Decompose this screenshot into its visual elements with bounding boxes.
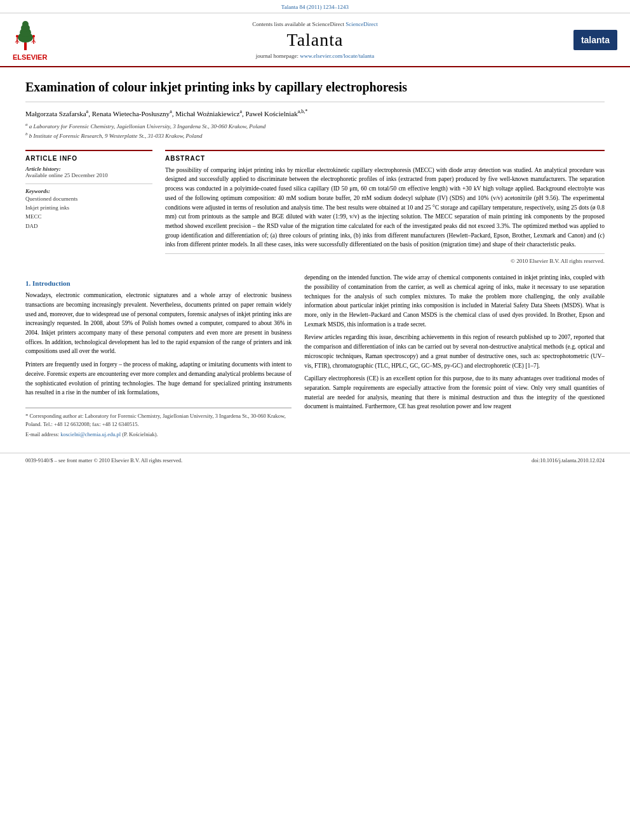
intro-para5: Capillary electrophoresis (CE) is an exc… xyxy=(304,374,605,411)
footnote-email: E-mail address: koscielni@chemia.uj.edu.… xyxy=(25,430,292,439)
author-koscielniak: Paweł Kościelniak xyxy=(245,110,297,117)
keyword-4: DAD xyxy=(25,222,152,230)
elsevier-logo: ELSEVIER xyxy=(13,18,57,61)
footnote-email-link[interactable]: koscielni@chemia.uj.edu.pl xyxy=(60,431,121,437)
article-info-label: ARTICLE INFO xyxy=(25,155,152,162)
info-divider xyxy=(25,183,152,184)
abstract-panel: ABSTRACT The possibility of comparing in… xyxy=(165,150,605,264)
homepage-line: journal homepage: www.elsevier.com/locat… xyxy=(57,53,573,59)
affiliation-b: b b Institute of Forensic Research, 9 We… xyxy=(25,131,605,141)
journal-homepage-link[interactable]: www.elsevier.com/locate/talanta xyxy=(300,53,374,59)
citation-text: Talanta 84 (2011) 1234–1243 xyxy=(281,4,349,10)
body-right-column: depending on the intended function. The … xyxy=(304,273,605,440)
issn-line: 0039-9140/$ – see front matter © 2010 El… xyxy=(25,457,182,463)
footnote-corresponding: * Corresponding author at: Laboratory fo… xyxy=(25,412,292,429)
keyword-1: Questioned documents xyxy=(25,194,152,203)
copyright-line: © 2010 Elsevier B.V. All rights reserved… xyxy=(165,253,605,264)
author-wietecha: Renata Wietecha-Posłuszny xyxy=(92,110,170,117)
journal-title: Talanta xyxy=(57,30,573,50)
elsevier-brand-name: ELSEVIER xyxy=(13,53,57,61)
keyword-3: MECC xyxy=(25,212,152,221)
intro-para4: Review articles regarding this issue, de… xyxy=(304,333,605,370)
talanta-badge-area: talanta xyxy=(573,30,617,50)
intro-para2: Printers are frequently used in forgery … xyxy=(25,360,292,397)
intro-para1: Nowadays, electronic communication, elec… xyxy=(25,291,292,356)
keyword-2: Inkjet printing inks xyxy=(25,203,152,212)
sciencedirect-link[interactable]: ScienceDirect xyxy=(345,21,377,27)
intro-heading: 1. Introduction xyxy=(25,279,292,287)
article-history-block: Article history: Available online 25 Dec… xyxy=(25,166,152,178)
article-info-abstract-row: ARTICLE INFO Article history: Available … xyxy=(25,150,605,264)
abstract-label: ABSTRACT xyxy=(165,155,605,162)
main-content: Examination of colour inkjet printing in… xyxy=(0,67,630,453)
svg-point-5 xyxy=(16,35,18,37)
abstract-text: The possibility of comparing inkjet prin… xyxy=(165,166,605,250)
svg-rect-0 xyxy=(24,43,27,50)
article-title: Examination of colour inkjet printing in… xyxy=(25,79,605,102)
available-date: Available online 25 December 2010 xyxy=(25,172,152,178)
keywords-block: Keywords: Questioned documents Inkjet pr… xyxy=(25,188,152,231)
body-left-column: 1. Introduction Nowadays, electronic com… xyxy=(25,273,292,440)
affiliations: a a Laboratory for Forensic Chemistry, J… xyxy=(25,121,605,141)
footnote-area: * Corresponding author at: Laboratory fo… xyxy=(25,408,292,438)
journal-header: ELSEVIER Contents lists available at Sci… xyxy=(0,13,630,67)
authors-line: Małgorzata Szafarskaa, Renata Wietecha-P… xyxy=(25,109,605,117)
svg-point-9 xyxy=(32,35,35,37)
intro-para3: depending on the intended function. The … xyxy=(304,273,605,329)
talanta-badge-box: talanta xyxy=(573,30,617,50)
svg-point-4 xyxy=(22,21,29,27)
history-label: Article history: xyxy=(25,166,152,172)
affiliation-a: a a Laboratory for Forensic Chemistry, J… xyxy=(25,121,605,131)
bottom-bar: 0039-9140/$ – see front matter © 2010 El… xyxy=(0,453,630,467)
author-szafarska: Małgorzata Szafarska xyxy=(25,110,86,117)
author-wozniakiewicz: Michał Woźniakiewicz xyxy=(175,110,239,117)
journal-center: Contents lists available at ScienceDirec… xyxy=(57,21,573,59)
article-body: 1. Introduction Nowadays, electronic com… xyxy=(25,273,605,440)
doi-line: doi:10.1016/j.talanta.2010.12.024 xyxy=(532,457,605,463)
citation-bar: Talanta 84 (2011) 1234–1243 xyxy=(0,0,630,13)
keywords-list: Questioned documents Inkjet printing ink… xyxy=(25,194,152,231)
keywords-label: Keywords: xyxy=(25,188,152,194)
contents-line: Contents lists available at ScienceDirec… xyxy=(57,21,573,27)
article-info-panel: ARTICLE INFO Article history: Available … xyxy=(25,150,152,264)
